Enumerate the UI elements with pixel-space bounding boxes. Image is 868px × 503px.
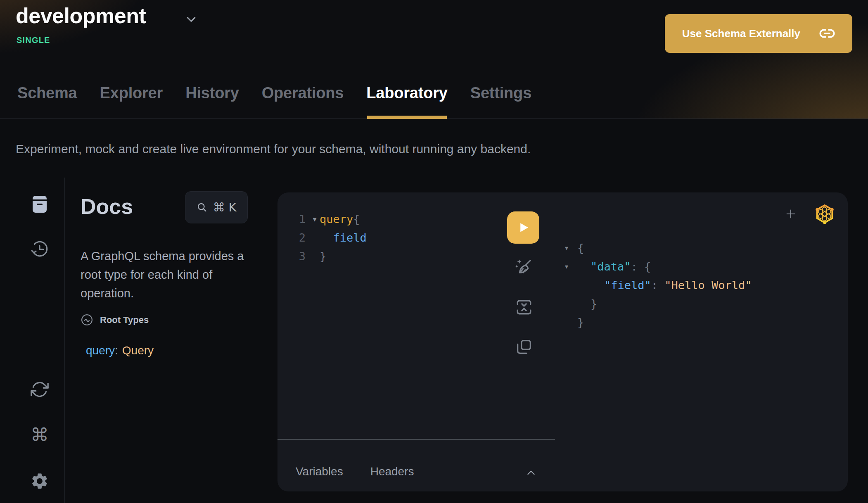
graphql-hive-logo[interactable] — [814, 203, 835, 225]
tab-headers[interactable]: Headers — [370, 465, 414, 478]
root-field-name: query — [86, 344, 115, 357]
response-pane: ▾ { ▾ "data" : { "field" : "Hello World" — [565, 239, 752, 332]
search-shortcut: ⌘ K — [213, 200, 236, 214]
response-line: ▾ "data" : { — [565, 257, 752, 276]
play-icon — [516, 220, 531, 235]
fold-gutter — [310, 247, 320, 266]
main-tabs: Schema Explorer History Operations Labor… — [17, 84, 531, 119]
root-type-query-link[interactable]: query:Query — [86, 344, 154, 357]
json-brace: { — [577, 239, 584, 257]
tab-settings[interactable]: Settings — [470, 84, 531, 119]
collapse-chevron-icon[interactable] — [525, 467, 537, 479]
fold-gutter — [310, 228, 320, 247]
fold-gutter — [565, 313, 577, 332]
docs-icon[interactable] — [30, 194, 50, 214]
json-brace: { — [644, 257, 651, 276]
tab-variables[interactable]: Variables — [296, 465, 343, 478]
indent — [577, 257, 591, 276]
response-line: } — [565, 294, 752, 313]
root-types-section: Root Types — [81, 313, 149, 326]
editor-line: 1 ▾ query { — [294, 210, 367, 228]
code-keyword: query — [320, 210, 353, 228]
code-field: field — [320, 228, 367, 247]
root-types-label: Root Types — [100, 315, 149, 325]
tab-laboratory[interactable]: Laboratory — [366, 84, 447, 119]
query-editor[interactable]: 1 ▾ query { 2 field 3 } — [294, 210, 367, 266]
response-line: "field" : "Hello World" — [565, 276, 752, 294]
json-brace: } — [577, 313, 584, 332]
editor-footer-divider — [277, 439, 555, 440]
json-colon: : — [651, 276, 665, 294]
fold-gutter — [565, 294, 577, 313]
tab-schema[interactable]: Schema — [17, 84, 77, 119]
tab-explorer[interactable]: Explorer — [100, 84, 163, 119]
code-brace: } — [320, 247, 326, 266]
prettify-icon[interactable] — [514, 258, 534, 278]
response-line: } — [565, 313, 752, 332]
tab-history[interactable]: History — [185, 84, 239, 119]
page-subtitle: Experiment, mock and create live environ… — [16, 142, 531, 156]
header: development SINGLE Use Schema Externally… — [0, 0, 868, 119]
refresh-icon[interactable] — [30, 380, 50, 399]
json-key-field: "field" — [604, 276, 651, 294]
search-button[interactable]: ⌘ K — [185, 191, 248, 223]
fold-toggle-icon[interactable]: ▾ — [565, 257, 577, 276]
gear-icon[interactable] — [30, 471, 50, 491]
line-number: 1 — [294, 210, 306, 228]
copy-icon[interactable] — [514, 337, 534, 357]
chevron-down-icon[interactable] — [185, 13, 197, 26]
tab-operations[interactable]: Operations — [262, 84, 344, 119]
merge-fragments-icon[interactable] — [514, 297, 534, 317]
root-type-name: Query — [122, 344, 154, 357]
json-string-value: "Hello World" — [664, 276, 752, 294]
editor-line: 2 field — [294, 228, 367, 247]
tilde-circle-icon — [81, 313, 93, 326]
search-icon — [196, 202, 208, 213]
use-schema-externally-label: Use Schema Externally — [682, 27, 800, 40]
page-title: development — [16, 3, 146, 28]
fold-toggle-icon[interactable]: ▾ — [310, 210, 320, 228]
link-icon — [819, 26, 835, 41]
command-icon[interactable]: ⌘ — [30, 425, 50, 445]
execute-query-button[interactable] — [507, 211, 539, 244]
response-line: ▾ { — [565, 239, 752, 257]
fold-gutter — [565, 276, 577, 294]
docs-description: A GraphQL schema provides a root type fo… — [81, 247, 254, 303]
json-key-data: "data" — [591, 257, 631, 276]
left-toolbar: ⌘ — [0, 178, 65, 503]
footer-tabs: Variables Headers — [296, 465, 414, 478]
add-tab-button[interactable] — [785, 208, 797, 220]
fold-toggle-icon[interactable]: ▾ — [565, 239, 577, 257]
docs-title: Docs — [81, 194, 133, 219]
indent — [577, 276, 604, 294]
root-separator: : — [115, 344, 118, 357]
json-colon: : — [631, 257, 645, 276]
laboratory-page: development SINGLE Use Schema Externally… — [0, 0, 868, 503]
history-icon[interactable] — [30, 240, 50, 259]
editor-line: 3 } — [294, 247, 367, 266]
status-badge: SINGLE — [17, 36, 50, 45]
json-brace: } — [591, 294, 597, 313]
indent — [577, 294, 591, 313]
panel-corner-actions — [785, 203, 835, 225]
line-number: 2 — [294, 228, 306, 247]
use-schema-externally-button[interactable]: Use Schema Externally — [665, 14, 852, 53]
line-number: 3 — [294, 247, 306, 266]
code-brace: { — [353, 210, 360, 228]
graphiql-panel: 1 ▾ query { 2 field 3 } — [277, 192, 848, 491]
